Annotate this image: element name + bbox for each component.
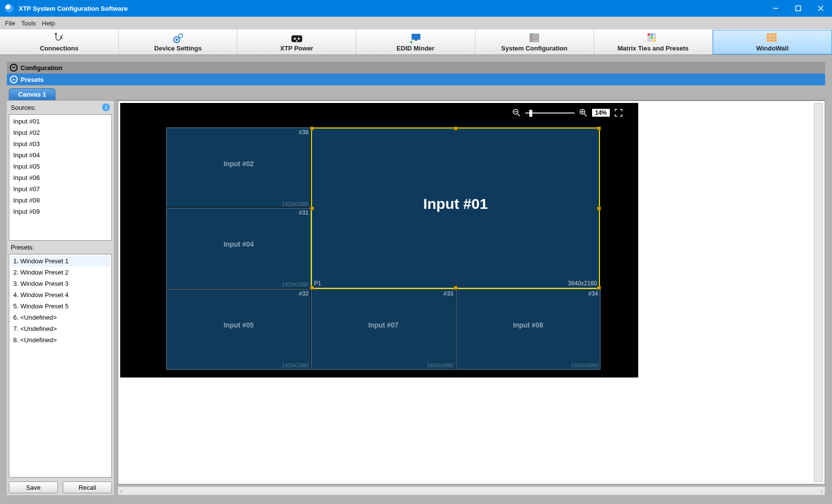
rack-icon	[528, 33, 541, 44]
svg-point-9	[294, 38, 296, 40]
app-title: XTP System Configuration Software	[19, 5, 764, 12]
titlebar: XTP System Configuration Software	[0, 0, 832, 17]
tab-xtp-power-label: XTP Power	[280, 45, 313, 52]
tab-windowall[interactable]: WindoWall	[713, 30, 832, 54]
tab-device-settings-label: Device Settings	[154, 45, 202, 52]
svg-rect-1	[796, 6, 801, 11]
connections-icon	[53, 33, 66, 44]
svg-rect-34	[774, 36, 777, 39]
maximize-button[interactable]	[787, 0, 809, 17]
svg-rect-36	[770, 39, 773, 42]
menu-tools[interactable]: Tools	[21, 20, 36, 27]
svg-rect-20	[648, 33, 650, 36]
svg-rect-27	[650, 39, 653, 42]
menu-file[interactable]: File	[5, 20, 15, 27]
svg-rect-12	[412, 34, 420, 40]
tab-edid-minder[interactable]: EDID Minder	[356, 30, 475, 54]
power-plug-icon	[289, 33, 304, 44]
svg-point-18	[531, 37, 532, 38]
menubar: File Tools Help	[0, 17, 832, 29]
svg-rect-11	[296, 40, 297, 42]
toolbar: Connections Device Settings XTP Power ED…	[0, 29, 832, 55]
svg-rect-31	[774, 33, 777, 36]
svg-rect-30	[770, 33, 773, 36]
svg-rect-21	[650, 33, 653, 36]
tab-connections[interactable]: Connections	[0, 30, 119, 54]
tab-system-configuration[interactable]: System Configuration	[475, 30, 594, 54]
tab-connections-label: Connections	[40, 45, 78, 52]
svg-rect-33	[770, 36, 773, 39]
svg-rect-14	[530, 34, 539, 36]
svg-rect-28	[653, 39, 656, 42]
minimize-button[interactable]	[764, 0, 787, 17]
svg-point-4	[55, 33, 57, 35]
tab-edid-minder-label: EDID Minder	[396, 45, 434, 52]
close-button[interactable]	[809, 0, 832, 17]
tab-xtp-power[interactable]: XTP Power	[237, 30, 356, 54]
svg-point-6	[175, 38, 178, 41]
menu-help[interactable]: Help	[42, 20, 55, 27]
tab-device-settings[interactable]: Device Settings	[119, 30, 237, 54]
tab-windowall-label: WindoWall	[756, 45, 788, 52]
windowall-icon	[766, 33, 778, 44]
svg-point-7	[179, 34, 182, 38]
tab-matrix-ties[interactable]: Matrix Ties and Presets	[594, 30, 713, 54]
monitor-icon	[409, 33, 422, 44]
svg-rect-29	[767, 33, 770, 36]
app-icon	[5, 4, 14, 13]
svg-rect-15	[530, 37, 539, 39]
tab-matrix-ties-label: Matrix Ties and Presets	[618, 45, 689, 52]
svg-point-10	[298, 38, 300, 40]
svg-rect-26	[648, 39, 650, 42]
svg-point-19	[531, 40, 532, 41]
svg-rect-32	[767, 36, 770, 39]
svg-rect-25	[653, 36, 656, 39]
grid-colored-icon	[647, 33, 659, 44]
tab-system-configuration-label: System Configuration	[501, 45, 568, 52]
svg-rect-37	[774, 39, 777, 42]
svg-rect-24	[650, 36, 653, 39]
svg-rect-16	[530, 40, 539, 42]
svg-rect-23	[648, 36, 650, 39]
svg-rect-13	[415, 40, 417, 41]
gear-icon	[172, 33, 184, 44]
svg-point-17	[531, 34, 532, 35]
svg-rect-35	[767, 39, 770, 42]
svg-rect-22	[653, 33, 656, 36]
